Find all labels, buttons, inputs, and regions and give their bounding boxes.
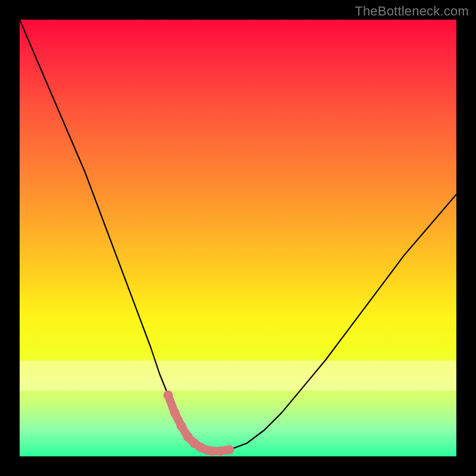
curve-layer [20, 20, 456, 456]
highlight-dot [216, 446, 226, 456]
chart-frame: TheBottleneck.com [0, 0, 476, 476]
highlight-dot [207, 446, 217, 456]
plot-area [20, 20, 456, 456]
highlight-dot [177, 421, 186, 431]
highlight-dot [170, 408, 180, 418]
highlight-dot [164, 390, 173, 400]
highlight-dot [224, 445, 234, 455]
bottleneck-curve [20, 20, 456, 451]
attribution-label: TheBottleneck.com [355, 4, 469, 19]
